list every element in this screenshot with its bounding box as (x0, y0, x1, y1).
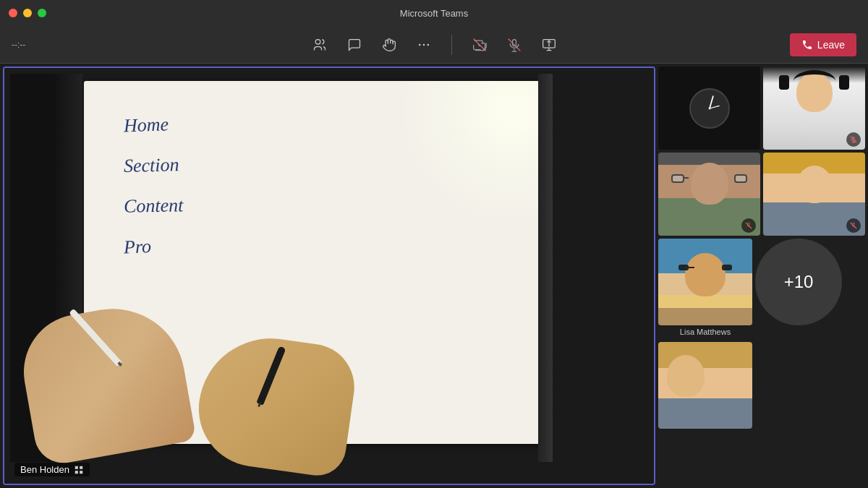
close-button[interactable] (9, 9, 17, 17)
bottom-participant-thumb (658, 342, 752, 429)
lisa-name: Lisa Matthews (680, 328, 731, 336)
leave-button[interactable]: Leave (790, 33, 856, 56)
lisa-cell: Lisa Matthews (658, 239, 752, 336)
whiteboard-line-1: Home (123, 106, 184, 145)
mute-badge-man (846, 132, 861, 147)
sidebar: Lisa Matthews +10 (658, 64, 868, 488)
maximize-button[interactable] (38, 9, 46, 17)
leave-label: Leave (817, 39, 845, 51)
whiteboard-line-3: Content (124, 187, 184, 225)
svg-point-2 (422, 43, 425, 46)
share-button[interactable] (536, 32, 562, 58)
lisa-row: Lisa Matthews +10 (658, 239, 865, 336)
svg-rect-11 (75, 471, 78, 474)
bottom-row (658, 342, 865, 429)
people-button[interactable] (307, 32, 333, 58)
svg-point-3 (427, 43, 429, 46)
extra-count: +10 (784, 272, 814, 292)
top-participant-row (658, 67, 865, 150)
lisa-thumb (658, 239, 752, 325)
titlebar: Microsoft Teams (0, 0, 868, 26)
camera-toggle-button[interactable] (467, 32, 493, 58)
minimize-button[interactable] (23, 9, 32, 17)
divider (451, 35, 452, 55)
presenter-badge: Ben Holden (14, 463, 90, 476)
chat-button[interactable] (341, 32, 367, 58)
more-button[interactable] (411, 32, 437, 58)
svg-point-1 (418, 43, 420, 46)
svg-rect-12 (80, 471, 82, 474)
call-timer: --:-- (12, 40, 25, 50)
main-video: Home Section Content Pro Ben Holden (3, 67, 655, 485)
main-content: Home Section Content Pro Ben Holden (0, 64, 868, 488)
extra-participants-badge[interactable]: +10 (755, 239, 842, 325)
app-title: Microsoft Teams (400, 8, 468, 19)
participant-thumb-blonde-woman (763, 153, 865, 236)
react-button[interactable] (376, 32, 402, 58)
svg-point-0 (315, 39, 320, 44)
mute-badge-blonde-woman (846, 218, 861, 233)
traffic-lights (9, 9, 46, 17)
whiteboard-line-4: Pro (123, 227, 184, 267)
participant-thumb-man-headphones (763, 67, 865, 150)
svg-rect-9 (75, 466, 78, 468)
svg-rect-10 (80, 466, 82, 468)
participant-thumb-old-woman (658, 153, 760, 236)
mute-badge-old-woman (741, 218, 756, 233)
presenter-name: Ben Holden (20, 464, 69, 475)
svg-line-21 (851, 223, 856, 228)
participant-thumb-clock (658, 67, 760, 150)
whiteboard-line-2: Section (123, 146, 184, 185)
svg-line-20 (746, 223, 752, 228)
mic-toggle-button[interactable] (501, 32, 527, 58)
toolbar: --:-- (0, 26, 868, 64)
middle-participant-row (658, 153, 865, 236)
